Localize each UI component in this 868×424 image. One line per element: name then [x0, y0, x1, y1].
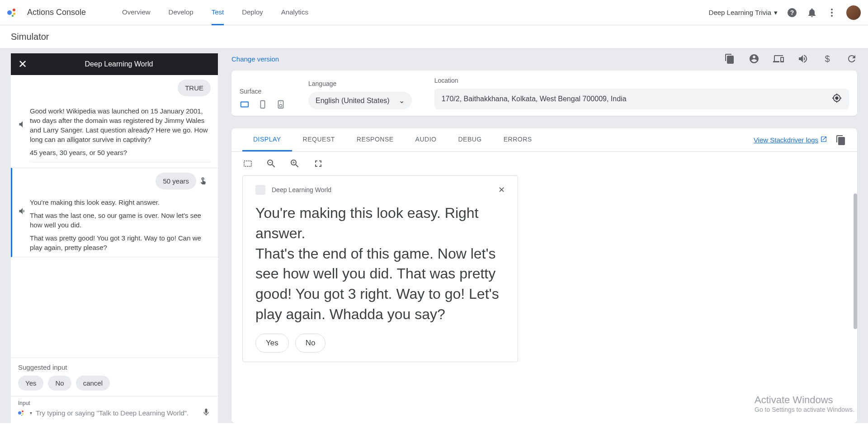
tab-overview[interactable]: Overview [122, 0, 151, 25]
fit-icon[interactable] [242, 158, 253, 169]
suggestion-chips: Yes No cancel [18, 376, 211, 391]
svg-text:$: $ [825, 54, 830, 64]
card-close-icon[interactable]: ✕ [498, 185, 505, 195]
nav-tabs: Overview Develop Test Deploy Analytics [122, 0, 709, 25]
smart-display-icon[interactable] [240, 99, 250, 109]
volume-icon[interactable] [797, 53, 808, 64]
suggestion-yes[interactable]: Yes [18, 376, 43, 391]
input-dropdown-icon[interactable]: ▾ [30, 410, 32, 415]
tab-deploy[interactable]: Deploy [242, 0, 263, 25]
speaker-muted-icon [18, 102, 27, 130]
speaker-icon [18, 193, 27, 217]
language-value: English (United States) [316, 97, 390, 105]
dropdown-icon: ▾ [774, 9, 778, 17]
svg-point-3 [831, 12, 833, 14]
dtab-request[interactable]: REQUEST [292, 128, 346, 151]
dtab-response[interactable]: RESPONSE [346, 128, 405, 151]
right-toolbar: Change version $ [231, 53, 857, 64]
language-select[interactable]: English (United States) ⌄ [308, 92, 412, 109]
settings-card: Surface Language English (United States)… [231, 71, 857, 116]
fullscreen-icon[interactable] [313, 158, 324, 169]
suggestion-no[interactable]: No [48, 376, 71, 391]
gps-icon[interactable] [832, 93, 842, 105]
surface-label: Surface [240, 88, 286, 95]
dtab-display[interactable]: DISPLAY [242, 128, 292, 151]
surface-setting: Surface [240, 88, 286, 109]
stackdriver-link[interactable]: View Stackdriver logs [754, 136, 827, 144]
windows-watermark: Activate Windows Go to Settings to activ… [755, 394, 854, 413]
bot-text: You're making this look easy. Right answ… [30, 198, 211, 207]
tab-develop[interactable]: Develop [169, 0, 193, 25]
simulator-panel: ✕ Deep Learning World TRUE Good work! Wi… [11, 53, 218, 423]
svg-text:?: ? [790, 9, 794, 16]
user-chip: TRUE [178, 80, 211, 96]
phone-icon[interactable] [258, 99, 268, 109]
dtab-errors[interactable]: ERRORS [493, 128, 543, 151]
refresh-icon[interactable] [846, 53, 857, 64]
card-btn-no[interactable]: No [295, 334, 326, 353]
conversation-scroll[interactable]: TRUE Good work! Wikipedia was launched o… [11, 75, 218, 358]
debug-card: DISPLAY REQUEST RESPONSE AUDIO DEBUG ERR… [231, 128, 857, 423]
copy-icon[interactable] [724, 53, 735, 64]
notifications-icon[interactable] [807, 7, 817, 18]
assistant-logo [7, 7, 18, 18]
speaker-device-icon[interactable] [276, 99, 286, 109]
console-title: Actions Console [27, 8, 86, 17]
dtab-debug[interactable]: DEBUG [447, 128, 492, 151]
text-input[interactable] [36, 406, 198, 419]
simulator-title: Deep Learning World [27, 60, 211, 68]
suggested-input-area: Suggested input Yes No cancel [11, 358, 218, 396]
location-label: Location [434, 77, 849, 84]
display-toolbar [231, 152, 857, 175]
location-setting: Location 170/2, Baithakkhana, Kolkata, W… [434, 77, 849, 109]
suggestion-cancel[interactable]: cancel [76, 376, 110, 391]
simulator-header: ✕ Deep Learning World [11, 53, 218, 75]
close-icon[interactable]: ✕ [18, 58, 27, 71]
user-message: TRUE [18, 80, 211, 96]
chevron-down-icon: ⌄ [399, 96, 405, 105]
open-external-icon [820, 136, 827, 144]
project-selector[interactable]: Deep Learning Trivia ▾ [709, 9, 778, 17]
copy-all-icon[interactable] [835, 135, 846, 146]
watermark-subtitle: Go to Settings to activate Windows. [755, 406, 854, 413]
zoom-in-icon[interactable] [289, 158, 300, 169]
tab-analytics[interactable]: Analytics [281, 0, 308, 25]
change-version-link[interactable]: Change version [231, 55, 724, 63]
location-input[interactable]: 170/2, Baithakkhana, Kolkata, West Benga… [434, 89, 849, 109]
bot-message-group-active: 50 years You're making this look easy. R… [11, 168, 218, 257]
zoom-out-icon[interactable] [266, 158, 277, 169]
display-preview-area[interactable]: Deep Learning World ✕ You're making this… [231, 175, 857, 423]
language-label: Language [308, 80, 412, 87]
dtab-audio[interactable]: AUDIO [405, 128, 448, 151]
card-app-icon [255, 185, 265, 195]
card-btn-yes[interactable]: Yes [255, 334, 289, 353]
tab-test[interactable]: Test [212, 0, 224, 25]
project-name-label: Deep Learning Trivia [709, 9, 771, 16]
scrollbar-thumb[interactable] [854, 193, 857, 329]
right-pane: Change version $ Surface Language [218, 49, 868, 423]
card-title: Deep Learning World [272, 186, 492, 193]
bot-text: Good work! Wikipedia was launched on 15 … [30, 106, 211, 144]
svg-point-4 [831, 15, 833, 17]
user-chip: 50 years [156, 173, 196, 189]
more-menu-icon[interactable] [826, 7, 837, 18]
mic-icon[interactable] [202, 408, 211, 418]
svg-rect-7 [260, 101, 264, 108]
user-message: 50 years [18, 173, 211, 189]
bot-text: That was pretty good! You got 3 right. W… [30, 233, 211, 252]
help-icon[interactable]: ? [787, 7, 797, 18]
bot-text: That was the last one, so our game is ov… [30, 211, 211, 230]
payment-icon[interactable]: $ [822, 53, 833, 64]
bot-reply: You're making this look easy. Right answ… [18, 193, 211, 252]
top-header: Actions Console Overview Develop Test De… [0, 0, 868, 25]
stackdriver-label: View Stackdriver logs [754, 136, 818, 144]
account-icon[interactable] [749, 53, 760, 64]
devices-icon[interactable] [773, 53, 784, 64]
card-body: You're making this look easy. Right answ… [255, 203, 505, 325]
bot-text: 45 years, 30 years, or 50 years? [30, 148, 211, 157]
user-avatar[interactable] [846, 5, 861, 20]
watermark-title: Activate Windows [755, 394, 854, 406]
input-area: Input ▾ [11, 396, 218, 423]
top-right-controls: Deep Learning Trivia ▾ ? [709, 5, 861, 20]
language-setting: Language English (United States) ⌄ [308, 80, 412, 109]
